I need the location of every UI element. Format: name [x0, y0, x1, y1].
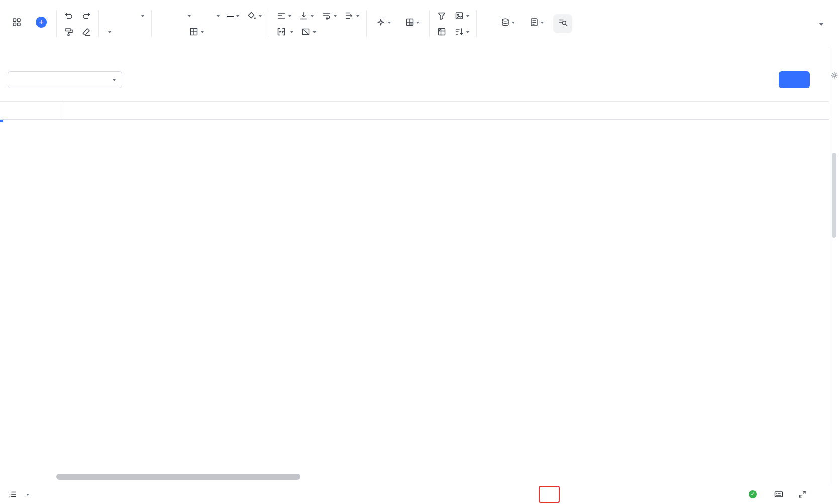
- vertical-scrollbar[interactable]: [832, 153, 836, 238]
- font-color-button[interactable]: [225, 10, 241, 22]
- italic-button[interactable]: [164, 26, 168, 38]
- menu-button[interactable]: [7, 15, 26, 33]
- chevron-down-icon: [113, 79, 116, 81]
- image-icon: [454, 11, 464, 21]
- underline-button[interactable]: [172, 26, 176, 38]
- query-widget-button[interactable]: [553, 14, 572, 33]
- text-wrap-icon: [322, 11, 332, 21]
- align-bottom-icon: [299, 11, 309, 21]
- chevron-down-icon: [356, 15, 359, 17]
- gear-icon: [830, 71, 838, 79]
- menu-icon: [12, 17, 22, 27]
- fullscreen-button[interactable]: [798, 490, 807, 499]
- percent-format-button[interactable]: [117, 26, 121, 38]
- eraser-icon: [81, 27, 91, 37]
- data-form-icon: [529, 17, 539, 27]
- chevron-down-icon: [541, 22, 544, 24]
- undo-icon: [64, 11, 74, 21]
- shortcuts-button[interactable]: [774, 489, 784, 499]
- right-panel-strip: [829, 47, 839, 484]
- image-button[interactable]: [452, 10, 471, 22]
- insert-plus-icon: +: [36, 17, 47, 28]
- chevron-down-icon: [466, 15, 469, 17]
- chevron-down-icon: [141, 15, 144, 17]
- chevron-down-icon: [236, 15, 239, 17]
- currency-format-button[interactable]: [104, 26, 113, 38]
- query-widget-icon: [558, 17, 568, 27]
- chevron-down-icon: [217, 15, 220, 17]
- sort-icon: [454, 27, 464, 37]
- diagonal-cell-button[interactable]: [299, 26, 318, 38]
- chevron-down-icon: [311, 15, 314, 17]
- fill-handle[interactable]: [0, 120, 3, 123]
- freeze-icon: [437, 27, 447, 37]
- number-format-dropdown[interactable]: [104, 10, 146, 22]
- sheet-tab-sheet1[interactable]: [23, 493, 29, 496]
- text-wrap-button[interactable]: [320, 10, 339, 22]
- cell-reference-box[interactable]: [0, 102, 64, 119]
- eraser-button[interactable]: [79, 26, 93, 38]
- settings-button[interactable]: [830, 71, 838, 79]
- query-panel: [0, 47, 829, 101]
- format-painter-icon: [64, 27, 74, 37]
- merge-cells-button[interactable]: [274, 26, 295, 38]
- borders-button[interactable]: [187, 26, 206, 38]
- cell-theme-icon: [376, 17, 386, 27]
- chevron-down-icon: [188, 15, 191, 17]
- filter-icon: [437, 11, 447, 21]
- sheet-list-button[interactable]: [8, 490, 17, 499]
- selection-stats-highlight[interactable]: [539, 486, 560, 503]
- bold-button[interactable]: [157, 26, 161, 38]
- format-painter-button[interactable]: [62, 26, 76, 38]
- font-family-dropdown[interactable]: [157, 10, 193, 22]
- diagonal-cell-icon: [301, 27, 311, 37]
- toolbar-divider: [476, 10, 477, 37]
- text-overflow-button[interactable]: [342, 10, 361, 22]
- chevron-down-icon: [201, 31, 204, 33]
- sheet-list-icon: [8, 490, 17, 499]
- chevron-down-icon: [416, 22, 419, 24]
- freeze-button[interactable]: [435, 26, 449, 38]
- chevron-down-icon: [512, 22, 515, 24]
- toolbar-divider: [56, 10, 57, 37]
- data-form-button[interactable]: [525, 14, 548, 33]
- fill-color-icon: [247, 11, 257, 21]
- formula-bar: [0, 101, 829, 120]
- selection-box: [0, 120, 2, 122]
- more-button[interactable]: [482, 14, 491, 33]
- toolbar-collapse-button[interactable]: [819, 22, 824, 26]
- toolbar-divider: [98, 10, 99, 37]
- status-bar: ✓: [0, 484, 839, 504]
- decrease-decimal-button[interactable]: [124, 26, 128, 38]
- fill-color-button[interactable]: [245, 10, 264, 22]
- vertical-align-button[interactable]: [297, 10, 316, 22]
- cell-theme-button[interactable]: [372, 14, 395, 33]
- undo-button[interactable]: [62, 10, 76, 22]
- ready-status-icon: ✓: [749, 490, 757, 498]
- expand-icon: [798, 490, 807, 499]
- horizontal-align-button[interactable]: [274, 10, 293, 22]
- query-filter-select[interactable]: [8, 71, 122, 88]
- chevron-down-icon: [466, 31, 469, 33]
- spreadsheet-app: +: [0, 0, 839, 504]
- redo-button[interactable]: [79, 10, 93, 22]
- toolbar-divider: [269, 10, 269, 37]
- dataset-button[interactable]: [496, 14, 519, 33]
- horizontal-scrollbar[interactable]: [56, 474, 300, 480]
- font-color-icon: [227, 15, 234, 17]
- chevron-down-icon: [334, 15, 337, 17]
- filter-button[interactable]: [435, 10, 449, 22]
- chevron-down-icon: [819, 23, 824, 26]
- conditional-format-button[interactable]: [400, 14, 424, 33]
- increase-decimal-button[interactable]: [132, 26, 136, 38]
- strikethrough-button[interactable]: [179, 26, 183, 38]
- font-size-dropdown[interactable]: [196, 10, 222, 22]
- query-button[interactable]: [779, 71, 810, 88]
- redo-icon: [81, 11, 91, 21]
- sort-button[interactable]: [452, 26, 471, 38]
- text-overflow-icon: [344, 11, 354, 21]
- chevron-down-icon: [259, 15, 262, 17]
- spreadsheet-grid[interactable]: [0, 120, 829, 480]
- align-left-icon: [276, 11, 286, 21]
- insert-button[interactable]: +: [31, 14, 51, 33]
